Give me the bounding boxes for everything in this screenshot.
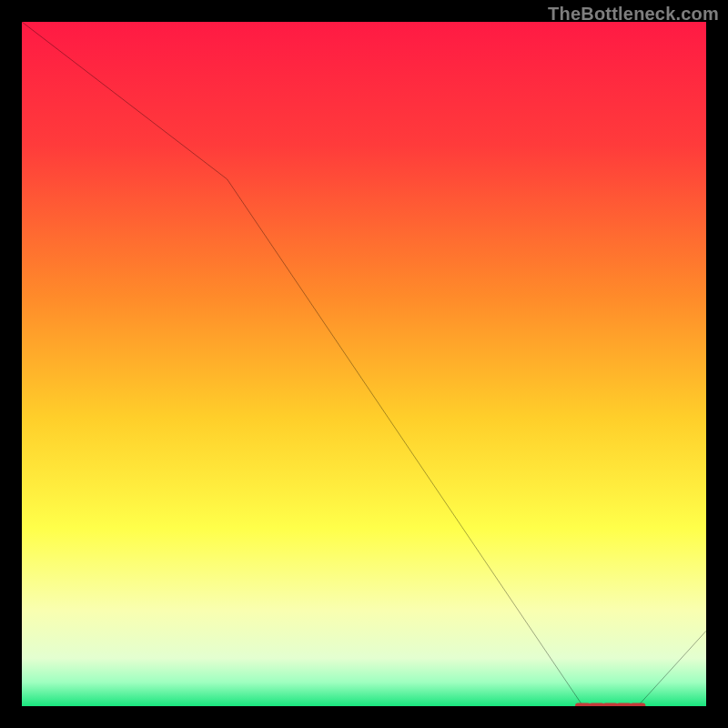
- plot-area: [22, 22, 706, 706]
- chart-canvas: TheBottleneck.com: [0, 0, 728, 728]
- gradient-rect: [22, 22, 706, 706]
- gradient-background: [22, 22, 706, 706]
- attribution-label: TheBottleneck.com: [548, 4, 719, 25]
